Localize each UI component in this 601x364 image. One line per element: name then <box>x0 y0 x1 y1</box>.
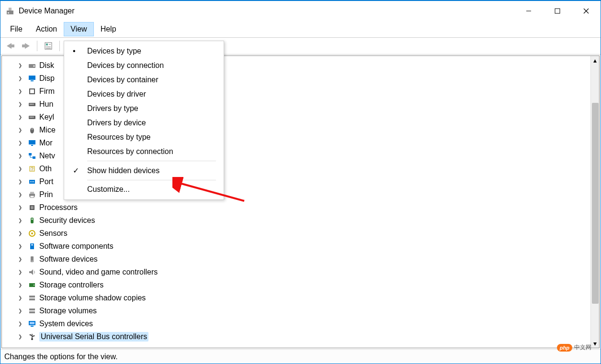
expand-arrow-icon[interactable]: ❯ <box>18 282 25 287</box>
menu-action[interactable]: Action <box>29 22 64 36</box>
forward-button[interactable] <box>20 40 32 52</box>
tree-item-label: Sound, video and game controllers <box>39 268 158 276</box>
network-icon <box>28 152 36 160</box>
svg-rect-22 <box>31 104 32 105</box>
expand-arrow-icon[interactable]: ❯ <box>18 205 25 210</box>
svg-point-41 <box>33 181 34 182</box>
svg-rect-58 <box>29 296 35 298</box>
menu-separator <box>87 161 216 161</box>
expand-arrow-icon[interactable]: ❯ <box>18 334 25 339</box>
toolbar-separator <box>37 41 37 51</box>
bullet-icon: • <box>73 47 87 55</box>
tree-item[interactable]: ❯ Storage volumes <box>16 304 590 317</box>
expand-arrow-icon[interactable]: ❯ <box>18 218 25 223</box>
storage-vol-icon <box>28 294 36 302</box>
svg-rect-1 <box>9 8 11 11</box>
tree-item-label: System devices <box>39 320 93 328</box>
tree-item[interactable]: ❯ Storage controllers <box>16 278 590 291</box>
svg-rect-31 <box>31 145 33 146</box>
menu-drivers-by-type[interactable]: Drivers by type <box>64 101 224 116</box>
menu-resources-by-type[interactable]: Resources by type <box>64 130 224 144</box>
expand-arrow-icon[interactable]: ❯ <box>18 192 25 197</box>
expand-arrow-icon[interactable]: ❯ <box>18 179 25 184</box>
scroll-up-button[interactable]: ▴ <box>591 56 600 65</box>
tree-item-label: Netv <box>39 152 55 160</box>
tree-item[interactable]: ❯ Security devices <box>16 214 590 227</box>
tree-item-label: Keyl <box>39 113 54 121</box>
expand-arrow-icon[interactable]: ❯ <box>18 256 25 262</box>
expand-arrow-icon[interactable]: ❯ <box>18 140 25 145</box>
expand-arrow-icon[interactable]: ❯ <box>18 166 25 171</box>
svg-rect-59 <box>29 298 35 300</box>
menu-customize[interactable]: Customize... <box>64 182 224 197</box>
toolbar-separator <box>59 41 60 51</box>
svg-rect-21 <box>30 104 31 105</box>
svg-text:?: ? <box>31 166 34 172</box>
expand-arrow-icon[interactable]: ❯ <box>18 88 25 94</box>
tree-item-label: Storage controllers <box>39 281 103 289</box>
svg-rect-70 <box>34 335 34 336</box>
menu-devices-by-driver[interactable]: Devices by driver <box>64 87 224 101</box>
vertical-scrollbar[interactable]: ▴ ▾ <box>590 56 599 348</box>
other-icon: ? <box>28 165 36 173</box>
svg-rect-10 <box>46 44 48 45</box>
tree-item[interactable]: ❯ Software components <box>16 240 590 253</box>
menu-devices-by-container[interactable]: Devices by container <box>64 73 224 87</box>
svg-point-48 <box>32 218 33 220</box>
menu-drivers-by-device[interactable]: Drivers by device <box>64 116 224 130</box>
expand-arrow-icon[interactable]: ❯ <box>18 231 25 236</box>
menu-devices-by-type[interactable]: •Devices by type <box>64 44 224 58</box>
back-button[interactable] <box>4 40 17 52</box>
expand-arrow-icon[interactable]: ❯ <box>18 114 25 120</box>
tree-item-label: Universal Serial Bus controllers <box>39 332 148 342</box>
svg-point-39 <box>30 181 31 182</box>
printer-icon <box>28 190 36 199</box>
tree-item-label: Sensors <box>39 229 68 238</box>
svg-rect-43 <box>30 192 34 194</box>
tree-item[interactable]: ❯ Storage volume shadow copies <box>16 291 590 304</box>
tree-item[interactable]: ❯ Sensors <box>16 227 590 240</box>
tree-item[interactable]: ❯ System devices <box>16 317 590 330</box>
scroll-down-button[interactable]: ▾ <box>591 339 600 348</box>
menu-view[interactable]: View <box>64 22 93 36</box>
tree-item[interactable]: ❯ Software devices <box>16 253 590 265</box>
window-title: Device Manager <box>19 7 75 15</box>
watermark-text: 中文网 <box>574 343 591 352</box>
tree-item-label: Mor <box>39 139 53 147</box>
menubar: File Action View Help <box>0 21 601 38</box>
expand-arrow-icon[interactable]: ❯ <box>18 101 25 107</box>
expand-arrow-icon[interactable]: ❯ <box>18 295 25 300</box>
menu-show-hidden-devices[interactable]: ✓Show hidden devices <box>64 163 224 178</box>
expand-arrow-icon[interactable]: ❯ <box>18 76 25 81</box>
svg-rect-25 <box>30 117 31 118</box>
svg-rect-17 <box>31 80 34 81</box>
minimize-button[interactable] <box>514 1 543 21</box>
expand-arrow-icon[interactable]: ❯ <box>18 63 25 68</box>
tree-item[interactable]: ❯ Processors <box>16 201 590 214</box>
scrollbar-thumb[interactable] <box>592 103 599 304</box>
firmware-icon <box>28 87 36 96</box>
check-icon: ✓ <box>73 166 87 175</box>
expand-arrow-icon[interactable]: ❯ <box>18 321 25 326</box>
sw-comp-icon <box>28 242 36 251</box>
expand-arrow-icon[interactable]: ❯ <box>18 153 25 158</box>
svg-rect-26 <box>31 117 32 118</box>
svg-point-57 <box>34 285 34 286</box>
tree-item-label: Storage volume shadow copies <box>39 294 146 302</box>
menu-separator <box>87 180 216 180</box>
menu-resources-by-connection[interactable]: Resources by connection <box>64 144 224 159</box>
menu-file[interactable]: File <box>3 22 29 36</box>
properties-button[interactable] <box>42 40 55 52</box>
expand-arrow-icon[interactable]: ❯ <box>18 269 25 275</box>
menu-help[interactable]: Help <box>94 22 123 36</box>
expand-arrow-icon[interactable]: ❯ <box>18 243 25 249</box>
svg-rect-27 <box>33 117 34 118</box>
svg-rect-30 <box>29 140 35 144</box>
menu-devices-by-connection[interactable]: Devices by connection <box>64 58 224 73</box>
tree-item[interactable]: ❯ Universal Serial Bus controllers <box>16 330 590 343</box>
tree-item[interactable]: ❯ Sound, video and game controllers <box>16 265 590 278</box>
expand-arrow-icon[interactable]: ❯ <box>18 308 25 313</box>
maximize-button[interactable] <box>543 1 572 21</box>
expand-arrow-icon[interactable]: ❯ <box>18 127 25 132</box>
close-button[interactable] <box>572 1 601 21</box>
